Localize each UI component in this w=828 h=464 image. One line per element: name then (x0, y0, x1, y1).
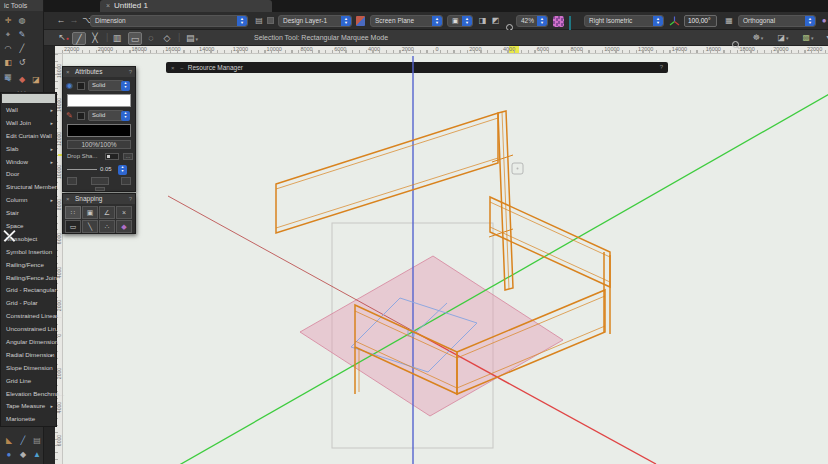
polygon-lasso-mode-icon[interactable]: ◇ (160, 32, 174, 45)
tool-search-field[interactable] (2, 94, 55, 103)
menu-item-structural-member[interactable]: Structural Member (1, 181, 56, 194)
lighting-icon[interactable]: ◩ (490, 14, 501, 27)
tools-palette-title[interactable]: ic Tools (0, 0, 43, 11)
furniture-mode-icon[interactable]: ▤▾ (182, 32, 202, 45)
rotate-tool-icon[interactable]: ↺ (16, 56, 29, 69)
forward-button[interactable]: → (69, 14, 79, 27)
opacity-button[interactable]: 100%/100% (67, 140, 131, 149)
knife-mode-icon[interactable]: ╳ (88, 32, 102, 45)
snap-object-icon[interactable]: ▣ (82, 206, 98, 219)
grid-settings-icon[interactable]: ▦ (723, 14, 735, 27)
snapping-palette-titlebar[interactable]: × Snapping ? (63, 194, 135, 204)
menu-item-marionette[interactable]: Marionette (1, 413, 56, 426)
menu-item-stair[interactable]: Stair (1, 207, 56, 220)
line-tool-icon[interactable]: ╱ (16, 42, 29, 55)
active-plane-swatch-icon[interactable] (553, 16, 564, 27)
solid-tool-icon[interactable]: ◆ (17, 448, 30, 461)
toolbar-collapse-icon[interactable]: ▾ (824, 31, 828, 44)
pan-tool-icon[interactable]: ✛ (2, 14, 15, 27)
menu-item-grid-line[interactable]: Grid Line (1, 375, 56, 388)
close-icon[interactable]: × (66, 67, 70, 77)
menu-item-tape-measure[interactable]: Tape Measure▸ (1, 400, 56, 413)
fill-style-stepper[interactable]: ▲▼ (121, 81, 130, 91)
menu-item-angular-dimension[interactable]: Angular Dimension (1, 336, 56, 349)
drawing-canvas[interactable] (63, 54, 828, 464)
drop-shadow-toggle[interactable] (105, 153, 119, 160)
gear-icon[interactable]: ☸▾ (749, 31, 767, 44)
menu-item-door[interactable]: Door (1, 168, 56, 181)
active-class-dropdown[interactable]: Dimension ▲▼ (90, 15, 248, 27)
zoom-level-dropdown[interactable]: 42% ▲▼ (516, 15, 548, 27)
collapse-icon[interactable]: − (180, 65, 184, 71)
detail-tool-icon[interactable]: ◣ (3, 434, 16, 447)
lasso-mode-icon[interactable]: ◌ (144, 32, 158, 45)
interactive-scale-mode-icon[interactable]: ╱ (72, 32, 86, 45)
menu-item-edit-curtain-wall[interactable]: Edit Curtain Wall (1, 130, 56, 143)
menu-item-unconstrained-lin-[interactable]: Unconstrained Lin... (1, 323, 56, 336)
drop-shadow-options-button[interactable]: … (123, 153, 133, 160)
plane-mode-dropdown[interactable]: Screen Plane ▲▼ (370, 15, 443, 27)
pen-style-dropdown[interactable]: Solid (88, 110, 124, 121)
search-icon[interactable] (732, 35, 739, 53)
snap-intersection-icon[interactable]: × (116, 206, 132, 219)
menu-item-window[interactable]: Window▸ (1, 156, 56, 169)
line-weight-stepper[interactable]: ▲▼ (118, 165, 127, 175)
menu-item-slab[interactable]: Slab▸ (1, 143, 56, 156)
attribute-option-button-left[interactable] (67, 177, 77, 185)
pen-toggle-checkbox[interactable] (77, 112, 85, 120)
menu-item-wall-join[interactable]: Wall Join▸ (1, 117, 56, 130)
pen-color-swatch[interactable] (67, 124, 131, 137)
pencil-tool-icon[interactable]: ✎ (2, 73, 15, 86)
help-icon[interactable]: ? (660, 62, 663, 73)
attribute-option-button-right[interactable] (121, 177, 131, 185)
snap-edge-icon[interactable]: ╲ (82, 220, 98, 233)
zoom-tool-icon[interactable]: ⌖ (2, 28, 15, 41)
class-options-icon[interactable]: ▤ (254, 14, 264, 27)
fill-tool-icon[interactable]: ◧ (2, 56, 15, 69)
menu-item-symbol-insertion[interactable]: Symbol Insertion (1, 246, 56, 259)
menu-item-constrained-linear-[interactable]: Constrained Linear... (1, 310, 56, 323)
snap-angle-icon[interactable]: ∠ (99, 206, 115, 219)
sphere-tool-icon[interactable]: ● (3, 448, 16, 461)
fill-style-dropdown[interactable]: Solid (88, 80, 124, 91)
render-mode-icon[interactable]: ●▾ (820, 14, 828, 27)
help-icon[interactable]: ? (129, 194, 132, 204)
resource-manager-bar[interactable]: × −Resource Manager ? (166, 62, 668, 73)
fill-toggle-checkbox[interactable] (77, 82, 85, 90)
close-icon[interactable]: × (66, 194, 70, 204)
palette-expand-button[interactable] (95, 187, 105, 191)
texture-icon[interactable]: ▩▾ (799, 31, 817, 44)
menu-item-column[interactable]: Column▸ (1, 194, 56, 207)
close-icon[interactable]: × (171, 65, 175, 71)
flyover-tool-icon[interactable]: ◍ (16, 14, 29, 27)
snap-point-icon[interactable]: ∴ (99, 220, 115, 233)
horizontal-ruler[interactable]: 2200020000180001600014000120001000080006… (55, 46, 828, 54)
ramp-tool-icon[interactable]: ╱ (17, 434, 30, 447)
fill-color-swatch[interactable] (67, 94, 131, 107)
snap-working-plane-icon[interactable]: ◆ (116, 220, 132, 233)
hand-paper-tool-icon[interactable]: ◪ (30, 73, 43, 86)
attributes-palette-titlebar[interactable]: × Attributes ? (63, 67, 135, 77)
menu-item-elevation-benchma-[interactable]: Elevation Benchma... (1, 388, 56, 401)
class-visibility-toggle[interactable] (267, 17, 274, 24)
menu-item-slope-dimension[interactable]: Slope Dimension (1, 362, 56, 375)
pen-tool-icon[interactable]: ✎ (16, 28, 29, 41)
tab-close-icon[interactable]: × (106, 2, 110, 9)
selection-cursor-icon[interactable]: ↖● (58, 31, 69, 44)
projection-dropdown[interactable]: Orthogonal ▲▼ (738, 15, 816, 27)
rectangular-marquee-mode-icon[interactable]: ▭ (128, 32, 142, 45)
snap-grid-icon[interactable]: ∷ (65, 206, 81, 219)
sail-tool-icon[interactable]: ▲ (31, 448, 44, 461)
rotation-angle-field[interactable]: 100,00° (684, 15, 717, 27)
cabinet-mode-icon[interactable]: ▥ (110, 32, 124, 45)
renderworks-icon[interactable] (356, 16, 365, 26)
attribute-option-button-center[interactable] (91, 177, 109, 185)
arc-tool-icon[interactable]: ◠ (2, 42, 15, 55)
pen-style-stepper[interactable]: ▲▼ (121, 111, 130, 121)
active-layer-dropdown[interactable]: Design Layer-1 ▲▼ (278, 15, 352, 27)
menu-item-railing-fence[interactable]: Railing/Fence (1, 259, 56, 272)
stair-tool-icon[interactable]: ▤ (31, 434, 44, 447)
menu-item-grid-rectangular[interactable]: Grid - Rectangular (1, 284, 56, 297)
snap-distance-icon[interactable]: ▭ (65, 220, 81, 233)
help-icon[interactable]: ? (129, 67, 132, 77)
